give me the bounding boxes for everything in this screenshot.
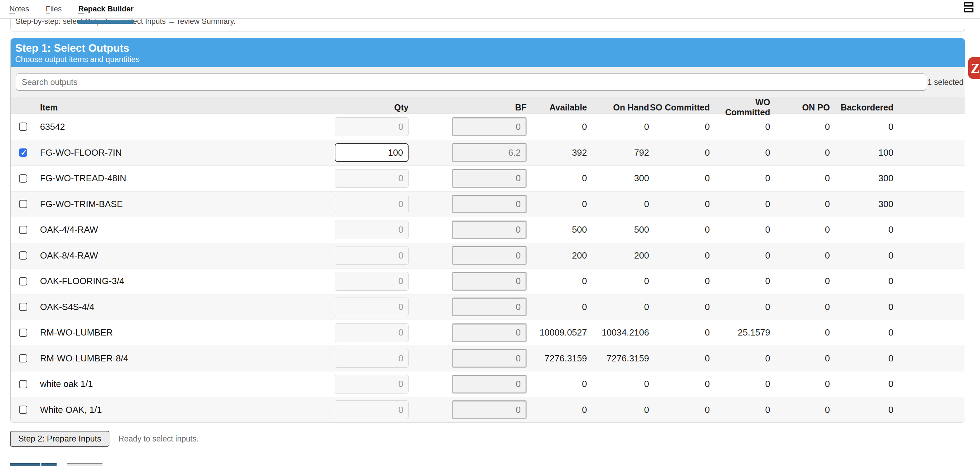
clipped-primary-button[interactable] [10,463,40,466]
table-row: ✓ FG-WO-TRIM-BASE 0 0 0 0 0 300 [11,191,965,217]
on-hand-value: 792 [587,147,649,158]
backordered-value: 0 [830,379,893,390]
wo-committed-value: 0 [710,199,770,210]
item-name: FG-WO-TREAD-48IN [40,173,335,184]
col-header-bf: BF [409,103,527,113]
search-input[interactable] [16,73,926,91]
on-po-value: 0 [770,147,830,158]
qty-input[interactable] [335,349,409,367]
table-row: ✓ OAK-FLOORING-3/4 0 0 0 0 0 0 [11,268,965,294]
row-checkbox[interactable]: ✓ [19,148,27,157]
on-po-value: 0 [770,379,830,390]
row-checkbox[interactable]: ✓ [19,329,27,337]
row-checkbox[interactable]: ✓ [19,303,27,311]
bf-input[interactable] [452,169,527,188]
row-checkbox[interactable]: ✓ [19,122,27,131]
available-value: 0 [527,404,587,415]
bf-input[interactable] [452,246,527,265]
on-hand-value: 0 [587,302,649,312]
so-committed-value: 0 [649,224,710,235]
on-po-value: 0 [770,250,830,261]
qty-input[interactable] [335,143,409,162]
qty-input[interactable] [335,401,409,419]
backordered-value: 0 [830,327,893,338]
bf-input[interactable] [452,143,527,162]
bf-input[interactable] [452,195,527,213]
qty-input[interactable] [335,297,409,316]
table-row: ✓ FG-WO-FLOOR-7IN 392 792 0 0 0 100 [11,140,965,166]
hamburger-menu-icon[interactable] [964,2,974,13]
backordered-value: 0 [830,302,893,312]
bf-input[interactable] [452,221,527,239]
wo-committed-value: 0 [710,404,770,415]
tab-files[interactable]: Files [46,5,61,14]
step2-prepare-inputs-button[interactable]: Step 2: Prepare Inputs [10,431,110,447]
so-committed-value: 0 [649,302,710,312]
search-row: 1 selected [11,67,965,97]
clipped-primary-button-segment[interactable] [41,463,57,466]
table-row: ✓ OAK-8/4-RAW 200 200 0 0 0 0 [11,243,965,269]
row-checkbox[interactable]: ✓ [19,174,27,183]
wo-committed-value: 0 [710,173,770,184]
on-hand-value: 0 [587,404,649,415]
on-hand-value: 10034.2106 [587,327,649,338]
tab-repack-builder[interactable]: Repack Builder [78,5,134,14]
qty-input[interactable] [335,118,409,136]
wo-committed-value: 0 [710,353,770,364]
row-checkbox[interactable]: ✓ [19,354,27,363]
on-po-value: 0 [770,224,830,235]
qty-input[interactable] [335,195,409,213]
item-name: FG-WO-TRIM-BASE [40,199,335,210]
bf-input[interactable] [452,349,527,367]
table-row: ✓ OAK-4/4-RAW 500 500 0 0 0 0 [11,217,965,243]
helper-text: Step-by-step: select Outputs → select In… [16,19,965,27]
item-name: White OAK, 1/1 [40,404,335,415]
item-name: 63542 [40,121,335,132]
item-name: OAK-8/4-RAW [40,250,335,261]
qty-input[interactable] [335,169,409,188]
bf-input[interactable] [452,375,527,393]
bf-input[interactable] [452,272,527,291]
qty-input[interactable] [335,323,409,342]
bf-input[interactable] [452,323,527,342]
bf-input[interactable] [452,401,527,419]
item-name: RM-WO-LUMBER [40,327,335,338]
on-hand-value: 300 [587,173,649,184]
row-checkbox[interactable]: ✓ [19,200,27,208]
clipped-secondary-button[interactable] [67,463,102,466]
widget-z-logo: Z [971,60,980,76]
floating-widget-button[interactable]: Z [968,57,980,79]
on-po-value: 0 [770,353,830,364]
bf-input[interactable] [452,118,527,136]
row-checkbox[interactable]: ✓ [19,380,27,388]
tab-bar: NotesFilesRepack Builder [0,0,980,19]
backordered-value: 300 [830,173,893,184]
item-name: RM-WO-LUMBER-8/4 [40,353,335,364]
row-checkbox[interactable]: ✓ [19,251,27,259]
backordered-value: 0 [830,353,893,364]
qty-input[interactable] [335,272,409,291]
wo-committed-value: 0 [710,379,770,390]
row-checkbox[interactable]: ✓ [19,226,27,234]
item-name: FG-WO-FLOOR-7IN [40,147,335,158]
row-checkbox[interactable]: ✓ [19,277,27,285]
helper-card: Step-by-step: select Outputs → select In… [10,19,965,32]
table-header-row: Item Qty BF Available On Hand SO Committ… [11,97,965,114]
available-value: 392 [527,147,587,158]
so-committed-value: 0 [649,379,710,390]
wo-committed-value: 0 [710,250,770,261]
col-header-available: Available [527,103,587,113]
footer-status: Ready to select inputs. [118,434,199,444]
step1-title: Step 1: Select Outputs [15,42,965,54]
on-hand-value: 200 [587,250,649,261]
so-committed-value: 0 [649,121,710,132]
on-hand-value: 0 [587,121,649,132]
qty-input[interactable] [335,221,409,239]
backordered-value: 0 [830,404,893,415]
qty-input[interactable] [335,246,409,265]
table-row: ✓ White OAK, 1/1 0 0 0 0 0 0 [11,397,965,423]
bf-input[interactable] [452,297,527,316]
tab-notes[interactable]: Notes [9,5,29,14]
qty-input[interactable] [335,375,409,393]
row-checkbox[interactable]: ✓ [19,406,27,414]
